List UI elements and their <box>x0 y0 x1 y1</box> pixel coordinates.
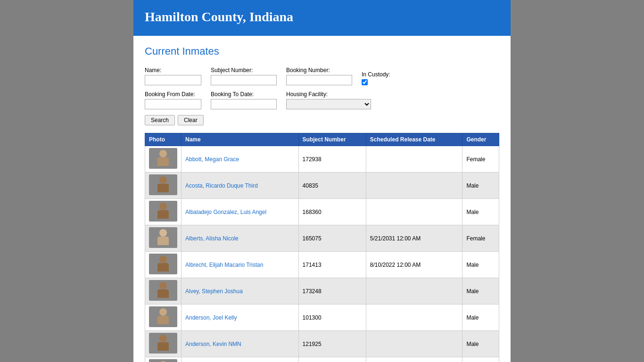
inmate-name-link[interactable]: Abbott, Megan Grace <box>185 156 239 163</box>
main-content: Current Inmates Name: Subject Number: Bo… <box>133 36 511 362</box>
silhouette-body <box>157 263 169 272</box>
name-field-group: Name: <box>145 67 201 85</box>
photo-cell <box>145 278 182 304</box>
photo-image <box>149 254 177 274</box>
inmate-name-link[interactable]: Alvey, Stephen Joshua <box>185 288 243 295</box>
housing-select[interactable] <box>286 99 371 109</box>
subject-cell: 171413 <box>298 252 366 278</box>
photo-image <box>149 306 177 327</box>
silhouette-body <box>157 316 169 324</box>
booking-from-input[interactable] <box>145 99 201 109</box>
silhouette-head <box>159 203 167 210</box>
inmate-name-link[interactable]: Albaladejo Gonzalez, Luis Angel <box>185 209 266 215</box>
booking-number-field-group: Booking Number: <box>286 67 352 85</box>
booking-number-input[interactable] <box>286 75 352 85</box>
gender-cell: Female <box>462 357 499 362</box>
housing-field-group: Housing Facility: <box>286 91 371 109</box>
booking-from-field-group: Booking From Date: <box>145 91 201 109</box>
booking-to-label: Booking To Date: <box>211 91 277 98</box>
photo-image <box>149 280 177 301</box>
inmate-name-link[interactable]: Anderson, Kevin NMN <box>185 341 241 347</box>
gender-cell: Male <box>462 304 499 331</box>
booking-to-field-group: Booking To Date: <box>211 91 277 109</box>
table-row: Alvey, Stephen Joshua173248Male <box>145 278 499 304</box>
inmate-name-link[interactable]: Anderson, Joel Kelly <box>185 314 237 321</box>
page-wrapper: Hamilton County, Indiana Current Inmates… <box>133 0 511 362</box>
search-button[interactable]: Search <box>145 115 175 125</box>
inmate-name-link[interactable]: Acosta, Ricardo Duque Third <box>185 182 258 189</box>
in-custody-field-group: In Custody: <box>362 71 390 85</box>
release-cell: 5/21/2031 12:00 AM <box>366 225 462 252</box>
name-label: Name: <box>145 67 201 74</box>
photo-cell <box>145 199 182 225</box>
photo-image <box>149 227 177 248</box>
page-title: Current Inmates <box>145 45 499 58</box>
subject-cell: 165075 <box>298 225 366 252</box>
col-photo: Photo <box>145 133 182 146</box>
photo-cell <box>145 252 182 278</box>
silhouette-head <box>159 255 167 263</box>
name-cell: Anderson, Kevin NMN <box>182 331 299 357</box>
silhouette-head <box>159 229 167 237</box>
silhouette-body <box>157 157 169 166</box>
name-cell: Acosta, Ricardo Duque Third <box>182 173 299 199</box>
name-cell: Abbott, Megan Grace <box>182 146 299 173</box>
photo-image <box>149 359 177 362</box>
booking-number-label: Booking Number: <box>286 67 352 74</box>
name-cell: Anderson, Joel Kelly <box>182 304 299 331</box>
col-name: Name <box>182 133 299 146</box>
photo-image <box>149 333 177 354</box>
col-gender: Gender <box>462 133 499 146</box>
site-title: Hamilton County, Indiana <box>145 9 499 25</box>
silhouette-body <box>157 342 169 351</box>
table-row: Anderson, Kevin NMN121925Male <box>145 331 499 357</box>
silhouette-head <box>159 308 167 316</box>
in-custody-checkbox[interactable] <box>362 79 368 85</box>
name-input[interactable] <box>145 75 201 85</box>
table-row: Acosta, Ricardo Duque Third40835Male <box>145 173 499 199</box>
release-cell <box>366 199 462 225</box>
booking-to-input[interactable] <box>211 99 277 109</box>
silhouette-body <box>157 237 169 245</box>
photo-cell <box>145 146 182 173</box>
photo-cell <box>145 304 182 331</box>
header: Hamilton County, Indiana <box>133 0 511 36</box>
photo-cell <box>145 331 182 357</box>
clear-button[interactable]: Clear <box>178 115 204 125</box>
silhouette-head <box>159 282 167 289</box>
inmates-table: Photo Name Subject Number Scheduled Rele… <box>145 133 499 362</box>
inmate-name-link[interactable]: Alberts, Alisha Nicole <box>185 235 239 242</box>
name-cell: Alberts, Alisha Nicole <box>182 225 299 252</box>
release-cell <box>366 331 462 357</box>
table-row: Albaladejo Gonzalez, Luis Angel168360Mal… <box>145 199 499 225</box>
gender-cell: Male <box>462 278 499 304</box>
release-cell: 8/10/2022 12:00 AM <box>366 252 462 278</box>
name-cell: Angel, Butterfly Rainbow <box>182 357 299 362</box>
table-row: Abbott, Megan Grace172938Female <box>145 146 499 173</box>
subject-cell: 121925 <box>298 331 366 357</box>
silhouette-body <box>157 184 169 192</box>
subject-cell: 40835 <box>298 173 366 199</box>
table-header: Photo Name Subject Number Scheduled Rele… <box>145 133 499 146</box>
release-cell <box>366 304 462 331</box>
subject-cell: 172938 <box>298 146 366 173</box>
silhouette-body <box>157 289 169 298</box>
subject-label: Subject Number: <box>211 67 277 74</box>
gender-cell: Male <box>462 199 499 225</box>
photo-image <box>149 148 177 169</box>
in-custody-label: In Custody: <box>362 71 390 78</box>
silhouette-head <box>159 335 167 342</box>
subject-cell: 173248 <box>298 278 366 304</box>
table-row: Albrecht, Elijah Macario Tristan1714138/… <box>145 252 499 278</box>
table-row: Anderson, Joel Kelly101300Male <box>145 304 499 331</box>
search-form: Name: Subject Number: Booking Number: In… <box>145 67 499 125</box>
gender-cell: Female <box>462 146 499 173</box>
header-row: Photo Name Subject Number Scheduled Rele… <box>145 133 499 146</box>
release-cell <box>366 357 462 362</box>
inmate-name-link[interactable]: Albrecht, Elijah Macario Tristan <box>185 262 263 268</box>
gender-cell: Male <box>462 173 499 199</box>
name-cell: Alvey, Stephen Joshua <box>182 278 299 304</box>
release-cell <box>366 146 462 173</box>
name-cell: Albaladejo Gonzalez, Luis Angel <box>182 199 299 225</box>
subject-input[interactable] <box>211 75 277 85</box>
